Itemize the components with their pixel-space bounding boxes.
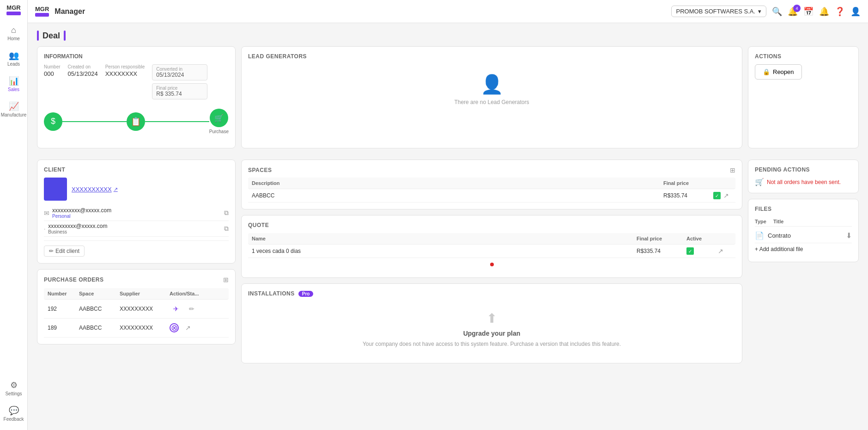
alerts-icon[interactable]: 🔔 [819, 6, 829, 17]
sales-icon: 📊 [9, 76, 19, 86]
reopen-label: Reopen [773, 68, 794, 75]
company-selector[interactable]: PROMOB SOFTWARES S.A. ▾ [671, 6, 766, 17]
cart-warning-icon: 🛒 [755, 178, 764, 186]
po-space-189: AABBCC [79, 325, 116, 331]
sidebar-item-feedback[interactable]: 💬 Feedback [2, 402, 26, 425]
converted-in-label: Converted in [156, 67, 203, 72]
po-cancel-button-189[interactable]: ⊗ [170, 323, 179, 332]
file-download-icon[interactable]: ⬇ [846, 231, 852, 240]
topbar-mgr-text: MGR [35, 6, 49, 12]
user-icon[interactable]: 👤 [850, 6, 861, 17]
pending-warning-text: Not all orders have been sent. [767, 179, 841, 185]
po-number-192: 192 [48, 306, 75, 312]
lead-generators-empty-text: There are no Lead Generators [454, 99, 529, 105]
help-icon[interactable]: ❓ [835, 6, 845, 17]
pipeline-step-cart: 🛒 Purchase [209, 109, 229, 134]
feedback-icon: 💬 [9, 405, 19, 416]
quote-active-checkbox[interactable]: ✓ [686, 247, 694, 255]
quote-col-name: Name [252, 236, 633, 241]
quote-price-1: R$335.74 [637, 248, 683, 254]
edit-client-label: Edit client [55, 248, 79, 254]
po-table-header: Number Space Supplier Action/Sta... [44, 288, 229, 300]
copy-business-icon[interactable]: ⧉ [224, 225, 229, 233]
client-email-business: xxxxxxxxxx@xxxxx.com [48, 223, 107, 229]
notifications-icon[interactable]: 🔔 4 [788, 6, 798, 17]
number-label: Number [44, 64, 61, 69]
file-title-contrato: Contrato [768, 232, 791, 239]
client-email-personal-type: Personal [52, 214, 111, 219]
lock-icon: 🔒 [763, 68, 770, 75]
expand-spaces-icon[interactable]: ⊞ [730, 166, 735, 174]
quote-name-1: 1 veces cada 0 dias [252, 248, 633, 254]
client-email-business-type: Business [48, 229, 107, 234]
sidebar: MGR ⌂ Home 👥 Leads 📊 Sales 📈 Manufacture… [0, 0, 28, 430]
spaces-col-action [713, 180, 732, 186]
quote-table-header: Name Final price Active [248, 233, 735, 245]
edit-client-button[interactable]: ✏ Edit client [44, 246, 85, 257]
pipeline-line-2 [145, 121, 209, 122]
file-row-contrato: 📄 Contrato ⬇ [755, 228, 852, 243]
sidebar-item-settings[interactable]: ⚙ Settings [2, 376, 26, 400]
pencil-icon: ✏ [49, 248, 54, 254]
po-col-number: Number [48, 291, 75, 296]
pending-warning: 🛒 Not all orders have been sent. [755, 178, 852, 186]
top-row: Information Number 000 Created on 05/13/… [37, 46, 859, 148]
sidebar-item-leads[interactable]: 👥 Leads [2, 47, 26, 70]
po-row-192: 192 AABBCC XXXXXXXXX ✈ ✏ [44, 300, 229, 319]
spaces-description-aabbcc: AABBCC [252, 192, 660, 199]
main-content: Deal Information Number 000 Created on 0… [28, 23, 868, 430]
topbar-mgr-bar [35, 13, 49, 17]
quote-col-active: Active [686, 236, 714, 241]
information-title: Information [44, 53, 229, 60]
calendar-icon[interactable]: 📅 [803, 6, 813, 17]
reopen-button[interactable]: 🔒 Reopen [755, 64, 802, 80]
page-title-row: Deal [37, 31, 859, 41]
spaces-checkbox-aabbcc[interactable]: ✓ [713, 192, 721, 199]
bottom-row: Client XXXXXXXXXX ↗ ✉ [37, 160, 859, 363]
company-name: PROMOB SOFTWARES S.A. [676, 8, 755, 15]
company-chevron-icon: ▾ [758, 8, 761, 15]
upgrade-box: ⬆ Upgrade your plan Your company does no… [248, 301, 735, 356]
external-link-icon: ↗ [114, 186, 118, 192]
converted-in-value: 05/13/2024 [156, 72, 203, 78]
add-file-label: + Add additional file [755, 246, 803, 252]
expand-po-icon[interactable]: ⊞ [223, 276, 229, 283]
purchase-orders-title: Purchase Orders [44, 276, 104, 283]
pending-actions-title: Pending Actions [755, 166, 852, 173]
client-name[interactable]: XXXXXXXXXX ↗ [72, 186, 118, 193]
quote-open-icon[interactable]: ↗ [718, 247, 732, 255]
logo-mgr-text: MGR [6, 5, 20, 11]
client-email-personal-row: ✉ xxxxxxxxxx@xxxxx.com Personal ⧉ [44, 205, 229, 221]
po-edit-button-192[interactable]: ✏ [185, 302, 198, 315]
spaces-row-aabbcc: AABBCC R$335.74 ✓ ↗ [248, 189, 735, 203]
final-price-input[interactable]: Final price R$ 335.74 [152, 83, 207, 99]
search-icon[interactable]: 🔍 [772, 6, 782, 17]
notification-badge: 4 [793, 5, 801, 12]
po-supplier-192: XXXXXXXXX [120, 306, 166, 312]
topbar-app-name: Manager [55, 7, 85, 16]
po-space-192: AABBCC [79, 306, 116, 312]
number-field: Number 000 [44, 64, 61, 77]
spaces-open-icon[interactable]: ↗ [723, 192, 729, 199]
files-col-type: Type [755, 219, 773, 224]
pipeline-circle-document: 📋 [127, 112, 145, 131]
sidebar-item-home[interactable]: ⌂ Home [2, 22, 26, 45]
add-file-button[interactable]: + Add additional file [755, 243, 852, 255]
sidebar-item-sales[interactable]: 📊 Sales [2, 72, 26, 96]
spaces-table-header: Description Final price [248, 178, 735, 189]
files-title: Files [755, 206, 852, 212]
converted-in-input[interactable]: Converted in 05/13/2024 [152, 64, 207, 80]
pipeline-label-purchase: Purchase [209, 129, 229, 134]
po-send-button-192[interactable]: ✈ [170, 302, 182, 315]
pipeline-step-document: 📋 [127, 112, 145, 131]
po-open-button-189[interactable]: ↗ [182, 321, 194, 334]
sidebar-item-manufacture[interactable]: 📈 Manufacture [2, 98, 26, 121]
installations-card: Installations Pro ⬆ Upgrade your plan Yo… [241, 283, 742, 363]
pro-badge: Pro [298, 291, 314, 297]
right-column: Pending Actions 🛒 Not all orders have be… [748, 160, 859, 363]
title-bar-decoration [37, 31, 39, 41]
copy-personal-icon[interactable]: ⧉ [224, 209, 229, 217]
po-row-189: 189 AABBCC XXXXXXXXX ⊗ ↗ [44, 319, 229, 338]
logo-bar [6, 12, 20, 15]
upgrade-icon: ⬆ [486, 311, 497, 326]
